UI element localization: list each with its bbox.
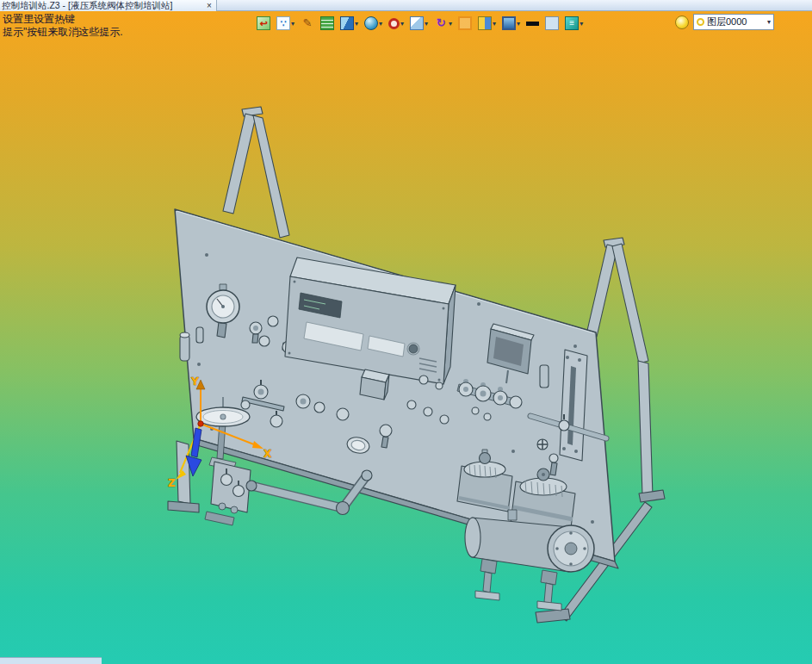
rotate-view-icon: ↻	[434, 16, 448, 30]
measure-pencil-button[interactable]: ✎	[301, 16, 314, 30]
wheel-gear-dropdown-arrow[interactable]: ▾	[400, 20, 404, 28]
view-window-icon	[410, 16, 424, 30]
wheel-gear-icon	[388, 18, 400, 29]
measure-pencil-icon: ✎	[301, 16, 314, 30]
axis-x-label: X	[263, 448, 272, 460]
background-color-button[interactable]	[545, 16, 559, 30]
layer-stack-icon: ≡	[565, 16, 579, 30]
cube-valve-body[interactable]	[360, 369, 389, 400]
monitor-display-icon	[502, 16, 516, 30]
rotate-view-dropdown-arrow[interactable]: ▾	[449, 20, 452, 28]
monitor-display-dropdown-arrow[interactable]: ▾	[517, 20, 520, 28]
shaded-sphere-icon	[364, 16, 378, 30]
lightbulb-icon[interactable]	[675, 16, 689, 29]
layer-selector-value: 图层0000	[707, 16, 765, 28]
shaded-sphere-dropdown-arrow[interactable]: ▾	[379, 20, 382, 28]
shaded-sphere-button[interactable]: ▾	[364, 16, 382, 30]
document-tab[interactable]: 控制培训站.Z3 - [液压系统阀体控制培训站] ×	[0, 0, 217, 11]
slot-plate[interactable]	[560, 350, 587, 461]
toolbar-icon-row: ↩∵▾✎▾▾▾▾↻▾▾▾≡▾	[257, 14, 583, 33]
view-window-dropdown-arrow[interactable]: ▾	[425, 20, 428, 28]
layer-stack-button[interactable]: ≡▾	[565, 16, 583, 30]
layer-color-swatch-icon	[697, 18, 704, 26]
layer-selector[interactable]: 图层0000 ▾	[693, 14, 774, 30]
solid-cube-button[interactable]: ▾	[340, 16, 358, 30]
axis-y-label: Y	[190, 375, 199, 388]
solid-cube-dropdown-arrow[interactable]: ▾	[355, 20, 358, 28]
frame-outline-icon	[458, 16, 472, 30]
tab-bar: 控制培训站.Z3 - [液压系统阀体控制培训站] ×	[0, 0, 812, 11]
view-window-button[interactable]: ▾	[410, 16, 428, 30]
rotate-view-button[interactable]: ↻▾	[434, 16, 452, 30]
wheel-gear-button[interactable]: ▾	[388, 18, 404, 29]
split-view-button[interactable]: ▾	[478, 16, 496, 30]
line-width-button[interactable]	[526, 22, 539, 26]
status-bar-fragment	[0, 657, 102, 664]
layer-book-icon	[320, 16, 334, 30]
axis-z-label: Z	[168, 477, 176, 489]
tab-close-icon[interactable]: ×	[204, 1, 214, 11]
valve-stand-left[interactable]	[205, 462, 251, 525]
viewport-canvas[interactable]: 设置里设置热键 提示"按钮来取消这些提示. ↩∵▾✎▾▾▾▾↻▾▾▾≡▾ 图层0…	[0, 11, 812, 664]
tab-title: 控制培训站.Z3 - [液压系统阀体控制培训站]	[2, 0, 204, 12]
layer-book-button[interactable]	[320, 16, 334, 30]
layer-stack-dropdown-arrow[interactable]: ▾	[580, 20, 583, 28]
paint-display-icon: ∵	[276, 16, 290, 30]
split-view-icon	[478, 16, 492, 30]
line-width-icon	[526, 22, 539, 26]
frame-outline-button[interactable]	[458, 16, 472, 30]
viewport-3d-model[interactable]: X Y Z	[0, 11, 812, 664]
paint-display-button[interactable]: ∵▾	[276, 16, 294, 30]
monitor-display-button[interactable]: ▾	[502, 16, 520, 30]
hint-line-2: 提示"按钮来取消这些提示.	[3, 25, 123, 40]
split-view-dropdown-arrow[interactable]: ▾	[493, 20, 496, 28]
paint-display-dropdown-arrow[interactable]: ▾	[291, 20, 294, 28]
layer-dropdown-arrow-icon[interactable]: ▾	[767, 18, 771, 26]
layer-control-area: 图层0000 ▾	[675, 14, 774, 30]
background-color-icon	[545, 16, 559, 30]
solid-cube-icon	[340, 16, 354, 30]
exit-sketch-button[interactable]: ↩	[257, 16, 270, 30]
exit-sketch-icon: ↩	[257, 16, 270, 30]
